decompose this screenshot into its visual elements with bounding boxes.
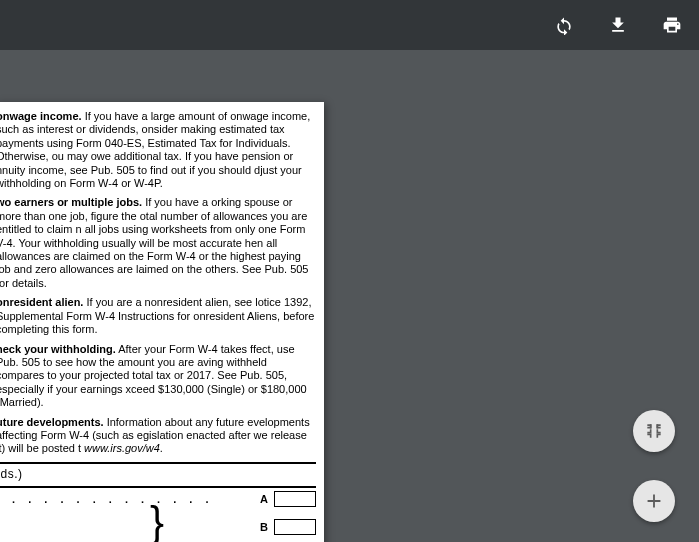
fit-page-button[interactable] xyxy=(633,410,675,452)
pdf-toolbar xyxy=(0,0,699,50)
rotate-icon[interactable] xyxy=(553,14,575,36)
section-head: heck your withholding. xyxy=(0,343,116,355)
zoom-controls xyxy=(633,410,675,542)
row-label-b: B xyxy=(244,521,268,534)
section-head: uture developments. xyxy=(0,416,104,428)
divider xyxy=(0,462,316,464)
worksheet-rows: . . . . . . . . . . . . . . A } . . . . … xyxy=(0,491,316,542)
row-label-a: A xyxy=(244,493,268,506)
section-two-earners: wo earners or multiple jobs. If you have… xyxy=(0,196,316,290)
pdf-page: onwage income. If you have a large amoun… xyxy=(0,102,324,542)
section-future-dev: uture developments. Information about an… xyxy=(0,416,316,456)
section-head: wo earners or multiple jobs. xyxy=(0,196,142,208)
section-head: onwage income. xyxy=(0,110,82,122)
divider xyxy=(0,486,316,488)
url-text: www.irs.gov/w4 xyxy=(84,442,160,454)
pdf-viewport[interactable]: onwage income. If you have a large amoun… xyxy=(0,50,699,542)
curly-brace-icon: } xyxy=(150,501,164,542)
section-body: If you have a orking spouse or more than… xyxy=(0,196,308,288)
input-box-a[interactable] xyxy=(274,491,316,507)
section-nonwage: onwage income. If you have a large amoun… xyxy=(0,110,316,190)
section-tail: . xyxy=(160,442,163,454)
section-check-withholding: heck your withholding. After your Form W… xyxy=(0,343,316,410)
section-nonresident: onresident alien. If you are a nonreside… xyxy=(0,296,316,336)
download-icon[interactable] xyxy=(607,14,629,36)
input-box-b[interactable] xyxy=(274,519,316,535)
records-fragment: rds.) xyxy=(0,467,316,482)
print-icon[interactable] xyxy=(661,14,683,36)
dot-leader: . . . . . . xyxy=(0,521,244,534)
section-head: onresident alien. xyxy=(0,296,83,308)
dot-leader: . . . . . . . . . . . . . . xyxy=(0,493,244,506)
zoom-in-button[interactable] xyxy=(633,480,675,522)
